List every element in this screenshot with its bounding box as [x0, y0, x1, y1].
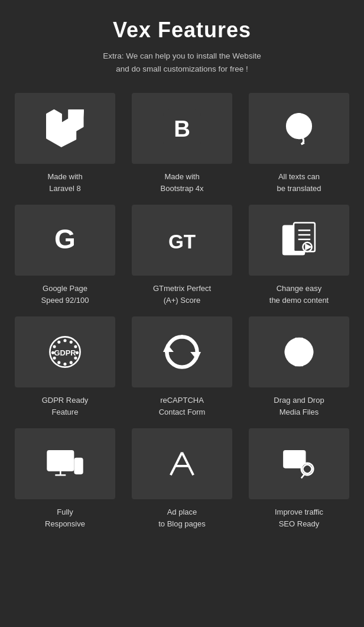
svg-rect-34 — [308, 350, 313, 354]
svg-text:SEO: SEO — [287, 456, 303, 465]
icon-box-media — [249, 316, 349, 387]
feature-label-translate: All texts canbe translated — [277, 171, 321, 194]
icon-box-translate — [249, 93, 349, 164]
svg-point-16 — [63, 339, 66, 342]
feature-label-demo: Change easythe demo content — [269, 283, 329, 306]
feature-cell-recaptcha: reCAPTCHAContact Form — [129, 316, 235, 418]
svg-text:G: G — [54, 224, 76, 254]
svg-point-24 — [74, 357, 77, 360]
svg-point-17 — [57, 341, 60, 344]
svg-point-21 — [57, 361, 60, 364]
icon-box-laravel — [15, 93, 115, 164]
feature-label-laravel: Made withLaravel 8 — [47, 171, 82, 194]
svg-line-42 — [171, 453, 182, 475]
icon-box-google-speed: G — [15, 205, 115, 276]
page-title: Vex Features — [12, 18, 352, 43]
feature-label-gtmetrix: GTmetrix Perfect(A+) Score — [153, 283, 211, 306]
feature-label-adplace: Ad placeto Blog pages — [158, 506, 206, 529]
icon-box-seo: SEO — [249, 428, 349, 499]
svg-text:B: B — [174, 116, 190, 141]
svg-rect-33 — [295, 361, 303, 366]
icon-box-adplace — [132, 428, 232, 499]
feature-cell-translate: All texts canbe translated — [246, 93, 352, 194]
feature-cell-adplace: Ad placeto Blog pages — [129, 428, 235, 529]
features-grid: Made withLaravel 8BMade withBootstrap 4x… — [12, 93, 352, 529]
feature-cell-gdpr: GDPRGDPR ReadyFeature — [12, 316, 118, 418]
feature-cell-seo: SEOImprove trafficSEO Ready — [246, 428, 352, 529]
icon-box-gdpr: GDPR — [15, 316, 115, 387]
svg-rect-36 — [48, 451, 74, 470]
icon-box-bootstrap: B — [132, 93, 232, 164]
subtitle: Extra: We can help you to install the We… — [12, 50, 352, 75]
svg-point-19 — [51, 351, 54, 354]
feature-label-recaptcha: reCAPTCHAContact Form — [159, 395, 206, 418]
svg-point-22 — [63, 363, 66, 366]
icon-box-gtmetrix: GT — [132, 205, 232, 276]
icon-box-recaptcha — [132, 316, 232, 387]
svg-text:GT: GT — [168, 231, 196, 253]
feature-cell-laravel: Made withLaravel 8 — [12, 93, 118, 194]
svg-point-31 — [295, 348, 303, 356]
feature-cell-bootstrap: BMade withBootstrap 4x — [129, 93, 235, 194]
svg-point-26 — [74, 345, 77, 348]
svg-point-27 — [70, 341, 73, 344]
feature-label-gdpr: GDPR ReadyFeature — [42, 395, 89, 418]
feature-label-google-speed: Google PageSpeed 92/100 — [41, 283, 89, 306]
svg-point-18 — [53, 345, 56, 348]
svg-line-43 — [182, 453, 193, 475]
icon-box-responsive — [15, 428, 115, 499]
feature-label-responsive: FullyResponsive — [45, 506, 85, 529]
feature-cell-responsive: FullyResponsive — [12, 428, 118, 529]
feature-label-bootstrap: Made withBootstrap 4x — [161, 171, 204, 194]
page-container: Vex Features Extra: We can help you to i… — [0, 0, 364, 553]
svg-rect-35 — [285, 350, 290, 354]
feature-cell-google-speed: GGoogle PageSpeed 92/100 — [12, 205, 118, 306]
feature-label-media: Drag and DropMedia Files — [274, 395, 324, 418]
svg-point-25 — [76, 351, 79, 354]
feature-cell-media: Drag and DropMedia Files — [246, 316, 352, 418]
feature-cell-gtmetrix: GTGTmetrix Perfect(A+) Score — [129, 205, 235, 306]
svg-point-23 — [70, 361, 73, 364]
svg-rect-32 — [295, 338, 303, 343]
svg-point-20 — [53, 357, 56, 360]
svg-text:GDPR: GDPR — [54, 349, 76, 358]
feature-cell-demo: Change easythe demo content — [246, 205, 352, 306]
icon-box-demo — [249, 205, 349, 276]
feature-label-seo: Improve trafficSEO Ready — [275, 506, 323, 529]
